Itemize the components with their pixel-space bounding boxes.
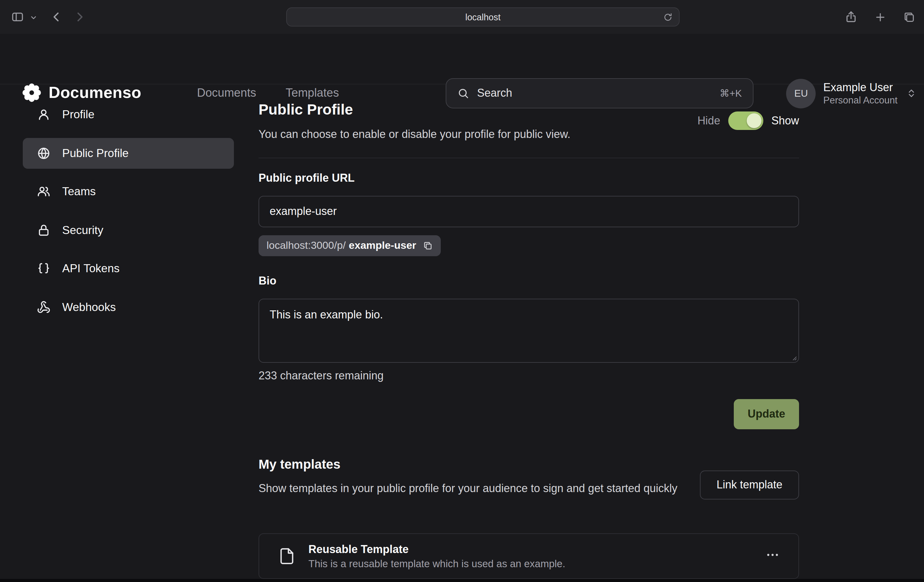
- chevron-down-icon[interactable]: [30, 14, 37, 21]
- browser-toolbar: localhost: [0, 0, 924, 34]
- sidebar-toggle-icon[interactable]: [11, 10, 24, 23]
- address-bar-url: localhost: [465, 12, 500, 22]
- bio-field-wrapper: This is an example bio.: [259, 299, 799, 363]
- profile-url-prefix: localhost:3000/p/: [267, 240, 346, 252]
- browser-window: localhost: [0, 0, 924, 582]
- template-card[interactable]: Reusable Template This is a reusable tem…: [259, 533, 799, 579]
- app-header: Documenso Documents Templates Search ⌘+K…: [0, 34, 924, 84]
- copy-icon[interactable]: [423, 241, 433, 251]
- settings-sidebar: Profile Public Profile Teams Security AP…: [23, 99, 234, 330]
- template-description: This is a reusable template which is use…: [309, 558, 566, 569]
- bio-textarea[interactable]: This is an example bio.: [259, 299, 799, 363]
- page-title: Public Profile: [259, 101, 353, 118]
- account-menu[interactable]: EU Example User Personal Account: [786, 78, 917, 108]
- main-content: Public Profile Hide Show You can choose …: [259, 84, 799, 582]
- bio-characters-remaining: 233 characters remaining: [259, 370, 383, 382]
- sidebar-item-api-tokens[interactable]: API Tokens: [23, 253, 234, 284]
- profile-url-input[interactable]: [259, 196, 799, 227]
- profile-url-label: Public profile URL: [259, 172, 355, 185]
- profile-visibility-toggle[interactable]: [728, 111, 763, 130]
- template-name: Reusable Template: [309, 543, 566, 556]
- browser-toolbar-right: [845, 0, 916, 34]
- link-template-button[interactable]: Link template: [700, 471, 799, 499]
- reload-icon[interactable]: [663, 12, 673, 22]
- my-templates-title: My templates: [259, 457, 340, 472]
- back-button-icon[interactable]: [50, 10, 63, 23]
- sidebar-item-profile[interactable]: Profile: [23, 99, 234, 130]
- toggle-knob: [747, 113, 761, 128]
- sidebar-item-teams[interactable]: Teams: [23, 176, 234, 207]
- nav-documents[interactable]: Documents: [197, 86, 256, 100]
- sidebar-item-webhooks[interactable]: Webhooks: [23, 292, 234, 322]
- share-icon[interactable]: [845, 10, 858, 23]
- profile-url-preview[interactable]: localhost:3000/p/ example-user: [259, 235, 441, 256]
- account-name: Example User: [823, 80, 898, 94]
- bio-label: Bio: [259, 274, 276, 288]
- update-button[interactable]: Update: [734, 399, 799, 429]
- chevrons-up-down-icon: [906, 88, 917, 99]
- sidebar-item-public-profile[interactable]: Public Profile: [23, 138, 234, 169]
- section-divider: [259, 158, 799, 158]
- address-bar[interactable]: localhost: [286, 7, 680, 26]
- visibility-toggle-row: Hide Show: [698, 111, 799, 130]
- window-bottom-edge: [0, 579, 924, 582]
- sidebar-item-security[interactable]: Security: [23, 215, 234, 245]
- my-templates-description: Show templates in your public profile fo…: [259, 480, 696, 497]
- tab-overview-icon[interactable]: [903, 11, 916, 23]
- file-icon: [278, 547, 296, 565]
- hide-label: Hide: [698, 114, 720, 127]
- page-subtitle: You can choose to enable or disable your…: [259, 128, 570, 141]
- account-type: Personal Account: [823, 94, 898, 106]
- forward-button-icon[interactable]: [73, 10, 86, 23]
- resize-grip-icon[interactable]: [790, 354, 797, 361]
- profile-url-slug: example-user: [349, 240, 416, 252]
- new-tab-icon[interactable]: [874, 11, 886, 23]
- ellipsis-menu-icon[interactable]: [765, 547, 780, 565]
- template-card-text: Reusable Template This is a reusable tem…: [309, 543, 566, 569]
- show-label: Show: [771, 114, 799, 127]
